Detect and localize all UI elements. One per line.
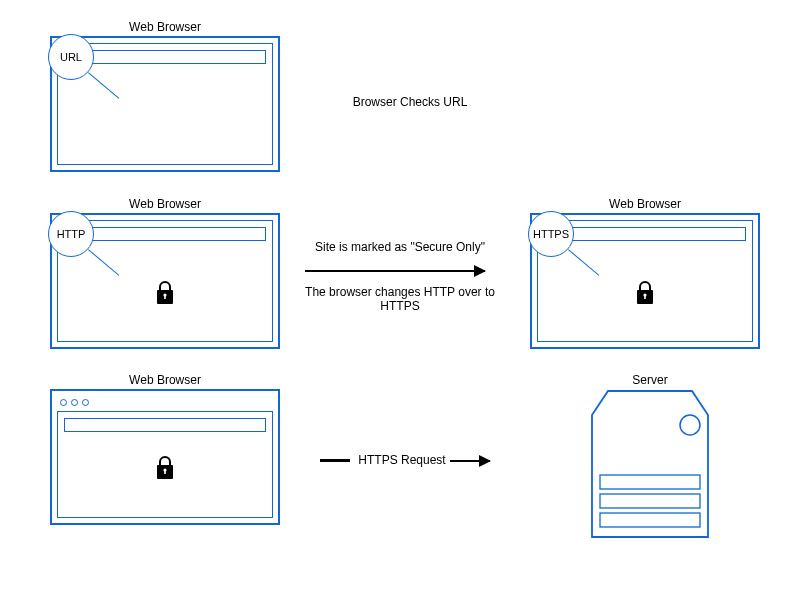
url-bar-1	[64, 50, 266, 64]
arrow-row3-right	[450, 460, 490, 462]
svg-rect-8	[164, 470, 166, 474]
browser-window-1	[50, 36, 280, 172]
browser-title-2r: Web Browser	[530, 197, 760, 211]
arrow-row3-stub	[320, 459, 350, 461]
svg-rect-5	[644, 295, 646, 299]
browser-inner-1	[57, 43, 273, 165]
caption-row1: Browser Checks URL	[310, 95, 510, 109]
browser-title-1: Web Browser	[50, 20, 280, 34]
server-icon	[590, 389, 710, 539]
caption-row2-bottom: The browser changes HTTP over to HTTPS	[300, 285, 500, 313]
url-bar-2l	[64, 227, 266, 241]
svg-rect-2	[164, 295, 166, 299]
url-bar-3	[64, 418, 266, 432]
lock-icon-2r	[635, 280, 655, 306]
browser-title-3: Web Browser	[50, 373, 280, 387]
arrow-row2	[305, 270, 485, 272]
caption-row2-top: Site is marked as "Secure Only"	[300, 240, 500, 254]
caption-row3: HTTPS Request	[357, 453, 447, 467]
lock-icon-2l	[155, 280, 175, 306]
browser-title-2l: Web Browser	[50, 197, 280, 211]
window-controls	[60, 399, 89, 406]
lock-icon-3	[155, 455, 175, 481]
server-title: Server	[590, 373, 710, 387]
url-bar-2r	[544, 227, 746, 241]
